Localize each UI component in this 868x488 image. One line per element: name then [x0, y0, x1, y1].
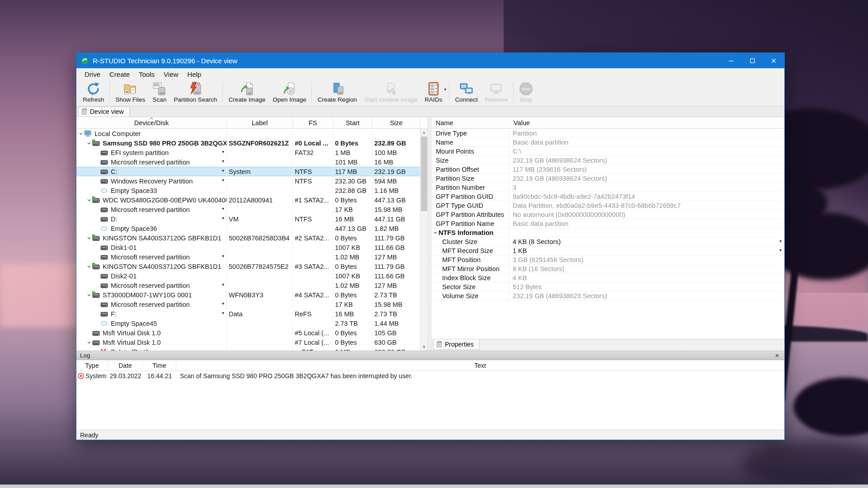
property-dropdown-caret-icon[interactable]: ▾ [779, 248, 782, 253]
device-row[interactable]: Microsoft reserved partition▾17 KB15.98 … [76, 205, 420, 214]
title-bar[interactable]: R-STUDIO Technician 9.0.190296 - Device … [76, 53, 784, 68]
device-row[interactable]: F:▾DataReFS16 MB2.73 TB [76, 309, 420, 319]
menu-item-tools[interactable]: Tools [134, 69, 159, 80]
device-row[interactable]: Disk1-011007 KB111.66 GB [76, 243, 420, 252]
mount-dropdown-caret-icon[interactable]: ▾ [222, 301, 224, 306]
device-row[interactable]: KINGSTON SA400S37120G SBFKB1D150026B7782… [76, 262, 420, 271]
device-row[interactable]: Msft Virtual Disk 1.0#7 Local (...0 Byte… [76, 338, 420, 347]
property-row[interactable]: MFT Position3 GB (6291456 Sectors) [431, 255, 784, 264]
mount-dropdown-caret-icon[interactable]: ▾ [222, 178, 224, 183]
log-column-header-type[interactable]: Type [76, 360, 108, 371]
property-row[interactable]: Partition Offset117 MB (239616 Sectors) [431, 165, 784, 174]
log-entry-row[interactable]: System29.03.202216:44:21Scan of Samsung … [76, 371, 784, 380]
device-row[interactable]: EFI system partition▾FAT321 MB100 MB [76, 148, 420, 157]
property-row[interactable]: NameBasic data partition [431, 138, 784, 147]
column-header-start[interactable]: Start [333, 117, 373, 128]
toolbar-button-refresh[interactable]: Refresh [79, 81, 108, 104]
mount-dropdown-caret-icon[interactable]: ▾ [222, 149, 224, 154]
toolbar-button-partition-search[interactable]: Partition Search [170, 81, 221, 104]
group-chevron-icon[interactable] [432, 230, 439, 235]
device-row[interactable]: Microsoft reserved partition▾1.02 MB127 … [76, 281, 420, 290]
expand-chevron-icon[interactable] [85, 236, 92, 240]
toolbar-button-start-runtime-image[interactable]: Start runtime image [361, 81, 421, 104]
device-row[interactable]: C:▾SystemNTFS117 MB232.19 GB [76, 167, 420, 176]
menu-item-drive[interactable]: Drive [80, 69, 105, 80]
property-dropdown-caret-icon[interactable]: ▾ [779, 239, 782, 244]
menu-item-create[interactable]: Create [105, 69, 134, 80]
device-row[interactable]: Empty Space452.73 TB1.44 MB [76, 319, 420, 328]
expand-chevron-icon[interactable] [77, 131, 84, 136]
property-row[interactable]: Size232.19 GB (486938624 Sectors) [431, 156, 784, 165]
column-header-fs[interactable]: FS [293, 117, 333, 128]
log-column-header-text[interactable]: Text [176, 360, 784, 371]
toolbar-button-scan[interactable]: Scan [149, 81, 170, 104]
device-row[interactable]: Empty Space33232.88 GB1.16 MB [76, 186, 420, 195]
expand-chevron-icon[interactable] [85, 264, 92, 269]
expand-chevron-icon[interactable] [85, 198, 92, 202]
expand-chevron-icon[interactable] [85, 293, 92, 297]
property-row[interactable]: GPT Partition NameBasic data partition [431, 219, 784, 228]
mount-dropdown-caret-icon[interactable]: ▾ [222, 282, 224, 287]
property-row[interactable]: Mount PointsC:\ [431, 147, 784, 156]
property-value[interactable]: 4 KB (8 Sectors) [509, 238, 784, 245]
column-header-size[interactable]: Size [373, 117, 420, 128]
device-row[interactable]: Msft Virtual Disk 1.0#5 Local (...0 Byte… [76, 328, 420, 338]
mount-dropdown-caret-icon[interactable]: ▾ [222, 310, 224, 315]
log-column-header-time[interactable]: Time [143, 360, 176, 371]
toolbar-button-create-region[interactable]: Create Region [314, 81, 360, 104]
tab-properties[interactable]: Properties [433, 339, 480, 350]
window-close-button[interactable] [763, 53, 784, 68]
toolbar-button-raids[interactable]: RAIDs [421, 81, 446, 104]
device-row[interactable]: DeletedPart1exFAT1 MB630.00 GB [76, 347, 420, 351]
mount-dropdown-caret-icon[interactable]: ▾ [222, 159, 224, 164]
expand-chevron-icon[interactable] [85, 340, 92, 345]
properties-column-header-value[interactable]: Value [509, 117, 784, 128]
device-row[interactable]: ST3000DM007-1WY10G 0001WFN0B3Y3#4 SATA2.… [76, 290, 420, 300]
toolbar-button-stop[interactable]: STOPStop [515, 81, 537, 104]
device-row[interactable]: Samsung SSD 980 PRO 250GB 3B2QGXA7S5GZNF… [76, 138, 420, 148]
column-header-label[interactable]: Label [227, 117, 293, 128]
log-close-button[interactable]: ✕ [774, 352, 781, 359]
device-row[interactable]: Disk2-011007 KB111.66 GB [76, 271, 420, 281]
scrollbar-down-arrow-icon[interactable]: ▼ [420, 343, 428, 351]
property-row[interactable]: Partition Size232.19 GB (486938624 Secto… [431, 174, 784, 183]
toolbar-button-connect[interactable]: Connect [451, 81, 481, 104]
property-row[interactable]: MFT Mirror Position8 KB (16 Sectors) [431, 264, 784, 273]
toolbar-button-remove[interactable]: Remove [481, 81, 511, 104]
column-header-device-disk[interactable]: Device/Disk [76, 117, 227, 128]
property-value[interactable]: 1 KB [509, 247, 784, 254]
mount-dropdown-caret-icon[interactable]: ▾ [222, 168, 224, 173]
toolbar-button-create-image[interactable]: Create Image [225, 81, 269, 104]
mount-dropdown-caret-icon[interactable]: ▾ [222, 216, 224, 221]
device-row[interactable]: Microsoft reserved partition▾17 KB15.98 … [76, 300, 420, 309]
property-row[interactable]: Volume Size232.19 GB (486938623 Sectors) [431, 291, 784, 300]
device-row[interactable]: Windows Recovery Partition▾NTFS232.30 GB… [76, 176, 420, 186]
scrollbar-thumb[interactable] [421, 136, 427, 211]
device-row[interactable]: KINGSTON SA400S37120G SBFKB1D150026B7682… [76, 233, 420, 243]
window-minimize-button[interactable] [721, 53, 742, 68]
menu-item-help[interactable]: Help [183, 69, 206, 80]
property-row[interactable]: GPT Partition GUID9a90cbdc-5dc8-4bdb-a9e… [431, 192, 784, 201]
device-row[interactable]: WDC WDS480G2G0B-00EPW0 UK40040020112A800… [76, 195, 420, 205]
toolbar-button-open-image[interactable]: Open Image [269, 81, 310, 104]
device-row[interactable]: Microsoft reserved partition▾101 MB16 MB [76, 157, 420, 167]
log-column-header-date[interactable]: Date [108, 360, 143, 371]
device-tree-scrollbar[interactable]: ▲ ▼ [420, 129, 428, 351]
device-row[interactable]: Microsoft reserved partition▾1.02 MB127 … [76, 252, 420, 262]
tab-device-view[interactable]: Device view [78, 107, 130, 117]
window-maximize-button[interactable] [742, 53, 763, 68]
device-row[interactable]: D:▾VMNTFS16 MB447.11 GB [76, 214, 420, 224]
property-row[interactable]: NTFS Information [431, 228, 784, 237]
mount-dropdown-caret-icon[interactable]: ▾ [222, 206, 224, 211]
mount-dropdown-caret-icon[interactable]: ▾ [222, 253, 224, 258]
property-row[interactable]: GPT Partition AttributesNo automount (0x… [431, 210, 784, 219]
scrollbar-up-arrow-icon[interactable]: ▲ [420, 129, 428, 136]
properties-column-header-name[interactable]: Name [431, 117, 509, 128]
property-row[interactable]: Index Block Size4 KB [431, 273, 784, 282]
expand-chevron-icon[interactable] [85, 141, 92, 145]
device-row[interactable]: Empty Space36447.13 GB1.82 MB [76, 224, 420, 233]
toolbar-dropdown-caret-icon[interactable]: ▾ [444, 87, 446, 92]
device-row[interactable]: Local Computer [76, 129, 420, 138]
property-row[interactable]: GPT Type GUIDData Partition, ebd0a0a2-b9… [431, 201, 784, 210]
menu-item-view[interactable]: View [159, 69, 183, 80]
